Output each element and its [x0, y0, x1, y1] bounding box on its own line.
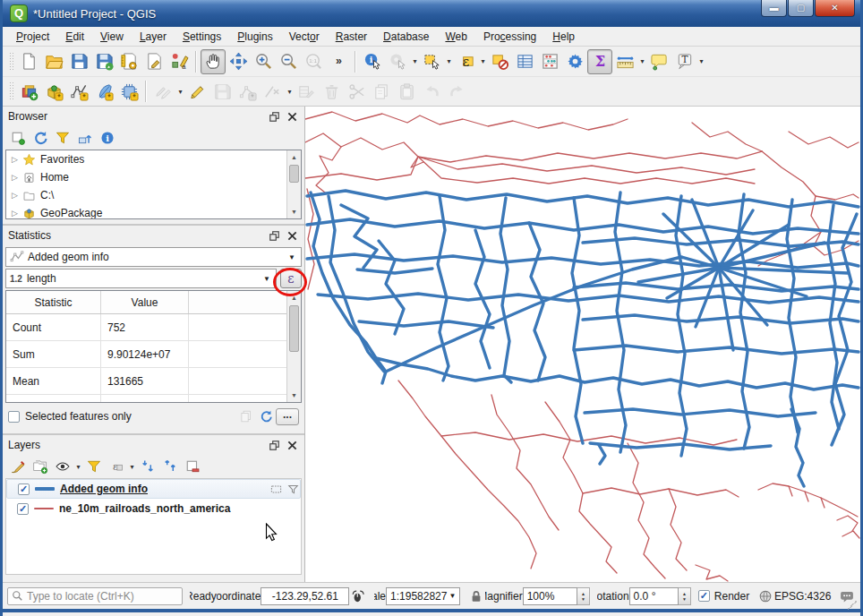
float-panel-icon[interactable] — [267, 109, 281, 124]
locator-search-input[interactable]: Type to locate (Ctrl+K) — [7, 587, 183, 605]
field-calculator-button[interactable] — [537, 49, 562, 74]
menu-vector[interactable]: Vector — [281, 29, 328, 45]
browser-item-c-[interactable]: ▷C:\ — [6, 186, 301, 204]
float-panel-icon[interactable] — [267, 228, 281, 243]
map-tips-button[interactable] — [646, 49, 671, 74]
browser-item-favorites[interactable]: ▷Favorites — [6, 150, 301, 168]
menu-database[interactable]: Database — [375, 29, 437, 45]
menu-web[interactable]: Web — [437, 29, 474, 45]
layer-visibility-checkbox[interactable]: ✓ — [18, 483, 30, 495]
rotation-spinner[interactable]: ▲▼ — [679, 587, 691, 605]
open-project-button[interactable] — [41, 49, 66, 74]
resize-grip[interactable] — [848, 601, 857, 610]
new-spatialite-layer-button[interactable]: * — [91, 79, 116, 104]
magnifier-input[interactable]: 100% — [523, 587, 578, 605]
layer-item-ne-10m-railroads-north-america[interactable]: ✓ne_10m_railroads_north_america — [6, 499, 301, 518]
zoom-out-button[interactable] — [276, 49, 301, 74]
toggle-editing-button[interactable] — [184, 79, 209, 104]
properties-button[interactable]: i — [96, 127, 118, 149]
scroll-down-icon[interactable]: ▼ — [287, 389, 301, 402]
chevron-down-icon[interactable]: ▾ — [74, 463, 82, 471]
selected-features-only-checkbox[interactable] — [8, 411, 20, 423]
refresh-button[interactable] — [29, 127, 51, 149]
pan-map-button[interactable] — [201, 49, 226, 74]
browser-scrollbar[interactable]: ▲▼ — [286, 150, 301, 218]
title-bar[interactable]: Q *Untitled Project - QGIS ▬ ▢ ✕ — [3, 0, 860, 27]
scroll-up-icon[interactable]: ▲ — [287, 150, 301, 164]
toolbar-overflow-button[interactable]: » — [326, 49, 351, 74]
close-panel-icon[interactable] — [285, 438, 299, 452]
coordinate-input[interactable]: -123.29,52.61 — [261, 587, 349, 605]
open-attribute-table-button[interactable] — [512, 49, 537, 74]
manage-map-themes-button[interactable] — [51, 456, 73, 477]
menu-plugins[interactable]: Plugins — [229, 29, 280, 45]
show-layout-manager-button[interactable] — [141, 49, 167, 74]
chevron-down-icon[interactable]: ▾ — [697, 57, 705, 65]
toolbar-grip[interactable] — [9, 81, 13, 101]
chevron-down-icon[interactable]: ▾ — [286, 88, 294, 96]
new-geopackage-layer-button[interactable]: * — [41, 79, 66, 104]
collapse-all-button[interactable] — [158, 456, 181, 477]
statistics-scrollbar[interactable]: ▲ ▼ — [286, 291, 301, 402]
browser-item-geopackage[interactable]: ▷GeoPackage — [6, 204, 301, 219]
menu-layer[interactable]: Layer — [132, 29, 175, 45]
expand-arrow-icon[interactable]: ▷ — [12, 173, 22, 182]
measure-button[interactable] — [612, 49, 637, 74]
text-annotation-button[interactable]: T — [671, 49, 696, 74]
new-shapefile-layer-button[interactable]: * — [66, 79, 91, 104]
magnifier-spinner[interactable]: ▲▼ — [577, 587, 590, 605]
add-group-button[interactable] — [29, 456, 51, 477]
identify-features-button[interactable]: i — [360, 49, 385, 74]
open-data-source-manager-button[interactable] — [16, 79, 41, 104]
crs-globe-icon[interactable] — [756, 587, 774, 605]
statistics-options-button[interactable]: ... — [276, 408, 299, 425]
zoom-in-button[interactable] — [251, 49, 276, 74]
select-by-expression-button[interactable]: ε — [453, 49, 478, 74]
save-project-as-button[interactable] — [91, 49, 116, 74]
remove-layer-button[interactable] — [181, 456, 203, 477]
refresh-statistics-icon[interactable] — [256, 407, 276, 425]
statistics-layer-combo[interactable]: Added geom info ▼ — [5, 247, 302, 267]
collapse-all-button[interactable] — [73, 127, 96, 149]
expand-arrow-icon[interactable]: ▷ — [12, 209, 22, 218]
menu-edit[interactable]: Edit — [57, 29, 92, 45]
menu-help[interactable]: Help — [544, 29, 583, 45]
filter-by-expression-button[interactable]: ε — [105, 456, 127, 477]
crs-status[interactable]: EPSG:4326 — [774, 590, 831, 603]
chevron-down-icon[interactable]: ▾ — [176, 88, 184, 96]
chevron-down-icon[interactable]: ▾ — [638, 57, 646, 65]
chevron-down-icon[interactable]: ▾ — [128, 463, 136, 471]
select-features-button[interactable] — [419, 49, 444, 74]
browser-item-home[interactable]: ▷Home — [6, 168, 301, 186]
chevron-down-icon[interactable]: ▾ — [411, 57, 419, 65]
close-button[interactable]: ✕ — [815, 0, 855, 17]
rotation-input[interactable]: 0.0 ° — [629, 587, 679, 605]
filter-legend-button[interactable] — [82, 456, 105, 477]
layer-visibility-checkbox[interactable]: ✓ — [17, 503, 29, 515]
chevron-down-icon[interactable]: ▾ — [445, 57, 453, 65]
statistics-field-combo[interactable]: 1.2 length ▼ — [5, 269, 277, 288]
minimize-button[interactable]: ▬ — [761, 0, 787, 17]
menu-raster[interactable]: Raster — [328, 29, 375, 45]
float-panel-icon[interactable] — [267, 438, 281, 452]
close-panel-icon[interactable] — [285, 109, 299, 124]
layer-item-added-geom-info[interactable]: ✓Added geom info — [6, 479, 301, 499]
maximize-button[interactable]: ▢ — [788, 0, 814, 17]
statistics-expression-button[interactable]: ε — [280, 269, 302, 288]
expand-arrow-icon[interactable]: ▷ — [12, 191, 22, 200]
expand-arrow-icon[interactable]: ▷ — [12, 155, 22, 164]
scroll-down-icon[interactable]: ▼ — [287, 205, 301, 218]
menu-settings[interactable]: Settings — [175, 29, 229, 45]
open-layer-styling-button[interactable] — [6, 456, 29, 477]
show-statistical-summary-button[interactable]: Σ — [587, 49, 612, 74]
add-selected-layer-button[interactable] — [6, 127, 29, 149]
mouse-position-toggle-icon[interactable] — [349, 587, 367, 605]
copy-statistics-icon[interactable] — [236, 407, 256, 425]
chevron-down-icon[interactable]: ▾ — [479, 57, 487, 65]
expand-all-button[interactable] — [136, 456, 158, 477]
menu-view[interactable]: View — [92, 29, 132, 45]
save-project-button[interactable] — [66, 49, 91, 74]
render-checkbox[interactable]: ✓ — [698, 590, 710, 602]
processing-toolbox-button[interactable] — [562, 49, 587, 74]
close-panel-icon[interactable] — [285, 228, 299, 243]
